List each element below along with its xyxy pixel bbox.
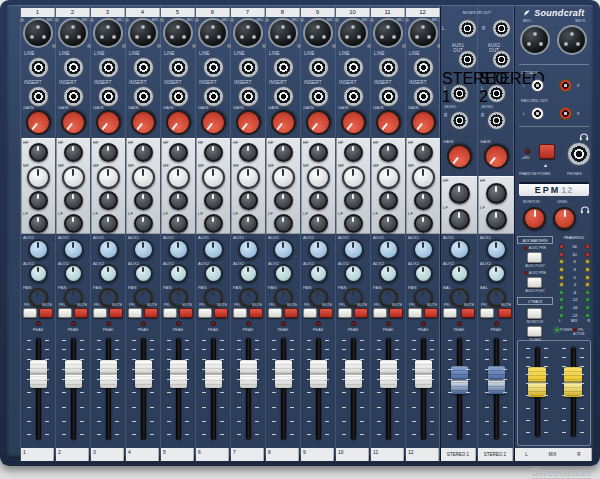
gain-knob[interactable] bbox=[370, 105, 405, 140]
aux2-knob[interactable] bbox=[379, 264, 398, 283]
mute-button[interactable] bbox=[144, 308, 158, 318]
gain-knob[interactable] bbox=[405, 105, 440, 140]
aux1-pre-post-button[interactable] bbox=[527, 252, 542, 263]
mid-gain-knob[interactable] bbox=[274, 191, 293, 210]
aux1-knob[interactable] bbox=[168, 239, 189, 260]
pfl-button[interactable] bbox=[23, 308, 37, 318]
aux1-knob[interactable] bbox=[413, 239, 434, 260]
gain-knob[interactable] bbox=[335, 105, 370, 140]
fader-cap[interactable] bbox=[170, 360, 187, 388]
fader-cap[interactable] bbox=[310, 360, 327, 388]
pfl-button[interactable] bbox=[128, 308, 142, 318]
mid-gain-knob[interactable] bbox=[29, 191, 48, 210]
hf-knob[interactable] bbox=[309, 143, 328, 162]
mid-freq-knob[interactable] bbox=[377, 166, 400, 189]
lf-knob[interactable] bbox=[204, 214, 223, 233]
pfl-button[interactable] bbox=[93, 308, 107, 318]
hf-knob[interactable] bbox=[379, 143, 398, 162]
lf-knob[interactable] bbox=[486, 209, 507, 230]
mid-freq-knob[interactable] bbox=[307, 166, 330, 189]
hf-knob[interactable] bbox=[134, 143, 153, 162]
mid-freq-knob[interactable] bbox=[237, 166, 260, 189]
aux2-knob[interactable] bbox=[487, 264, 506, 283]
fader-cap[interactable] bbox=[345, 360, 362, 388]
phones-level-knob[interactable] bbox=[553, 207, 576, 230]
fader-cap[interactable] bbox=[205, 360, 222, 388]
aux2-knob[interactable] bbox=[134, 264, 153, 283]
hf-knob[interactable] bbox=[344, 143, 363, 162]
mute-button[interactable] bbox=[424, 308, 438, 318]
pfl-button[interactable] bbox=[373, 308, 387, 318]
gain-knob[interactable] bbox=[55, 105, 90, 140]
fader-cap[interactable] bbox=[240, 360, 257, 388]
mid-gain-knob[interactable] bbox=[344, 191, 363, 210]
aux1-knob[interactable] bbox=[343, 239, 364, 260]
aux1-knob[interactable] bbox=[308, 239, 329, 260]
gain-knob[interactable] bbox=[265, 105, 300, 140]
mid-gain-knob[interactable] bbox=[64, 191, 83, 210]
hf-knob[interactable] bbox=[204, 143, 223, 162]
two-track-monitor-button[interactable] bbox=[527, 308, 542, 319]
hf-knob[interactable] bbox=[486, 183, 507, 204]
mid-freq-knob[interactable] bbox=[27, 166, 50, 189]
aux1-knob[interactable] bbox=[378, 239, 399, 260]
aux2-knob[interactable] bbox=[204, 264, 223, 283]
fader-cap[interactable] bbox=[528, 367, 546, 397]
lf-knob[interactable] bbox=[309, 214, 328, 233]
pfl-button[interactable] bbox=[303, 308, 317, 318]
gain-knob[interactable] bbox=[160, 105, 195, 140]
mute-button[interactable] bbox=[249, 308, 263, 318]
mute-button[interactable] bbox=[39, 308, 53, 318]
lf-knob[interactable] bbox=[414, 214, 433, 233]
lf-knob[interactable] bbox=[99, 214, 118, 233]
mid-gain-knob[interactable] bbox=[239, 191, 258, 210]
gain-knob[interactable] bbox=[230, 105, 265, 140]
lf-knob[interactable] bbox=[29, 214, 48, 233]
gain-knob[interactable] bbox=[125, 105, 160, 140]
fader-cap[interactable] bbox=[564, 367, 582, 397]
fader-cap[interactable] bbox=[30, 360, 47, 388]
fader-cap[interactable] bbox=[488, 366, 505, 394]
hf-knob[interactable] bbox=[274, 143, 293, 162]
fader-cap[interactable] bbox=[135, 360, 152, 388]
pfl-button[interactable] bbox=[338, 308, 352, 318]
fader-cap[interactable] bbox=[451, 366, 468, 394]
hf-knob[interactable] bbox=[64, 143, 83, 162]
mid-freq-knob[interactable] bbox=[412, 166, 435, 189]
gain-knob[interactable] bbox=[20, 105, 55, 140]
lf-knob[interactable] bbox=[344, 214, 363, 233]
aux1-knob[interactable] bbox=[273, 239, 294, 260]
aux1-knob[interactable] bbox=[486, 239, 507, 260]
fader-cap[interactable] bbox=[380, 360, 397, 388]
fader-cap[interactable] bbox=[65, 360, 82, 388]
mid-freq-knob[interactable] bbox=[62, 166, 85, 189]
hf-knob[interactable] bbox=[239, 143, 258, 162]
mute-button[interactable] bbox=[319, 308, 333, 318]
monitor-level-knob[interactable] bbox=[523, 207, 546, 230]
pfl-button[interactable] bbox=[480, 308, 494, 318]
aux2-knob[interactable] bbox=[450, 264, 469, 283]
gain-knob[interactable] bbox=[90, 105, 125, 140]
mid-freq-knob[interactable] bbox=[167, 166, 190, 189]
lf-knob[interactable] bbox=[169, 214, 188, 233]
fader-cap[interactable] bbox=[415, 360, 432, 388]
lf-knob[interactable] bbox=[274, 214, 293, 233]
hf-knob[interactable] bbox=[99, 143, 118, 162]
pfl-button[interactable] bbox=[268, 308, 282, 318]
fader-cap[interactable] bbox=[275, 360, 292, 388]
mute-button[interactable] bbox=[354, 308, 368, 318]
lf-knob[interactable] bbox=[64, 214, 83, 233]
mid-gain-knob[interactable] bbox=[309, 191, 328, 210]
aux2-knob[interactable] bbox=[309, 264, 328, 283]
mid-freq-knob[interactable] bbox=[342, 166, 365, 189]
mute-button[interactable] bbox=[461, 308, 475, 318]
mid-gain-knob[interactable] bbox=[169, 191, 188, 210]
aux1-knob[interactable] bbox=[203, 239, 224, 260]
aux2-knob[interactable] bbox=[344, 264, 363, 283]
lf-knob[interactable] bbox=[449, 209, 470, 230]
aux1-knob[interactable] bbox=[98, 239, 119, 260]
mid-freq-knob[interactable] bbox=[132, 166, 155, 189]
aux2-knob[interactable] bbox=[274, 264, 293, 283]
hf-knob[interactable] bbox=[169, 143, 188, 162]
lf-knob[interactable] bbox=[239, 214, 258, 233]
